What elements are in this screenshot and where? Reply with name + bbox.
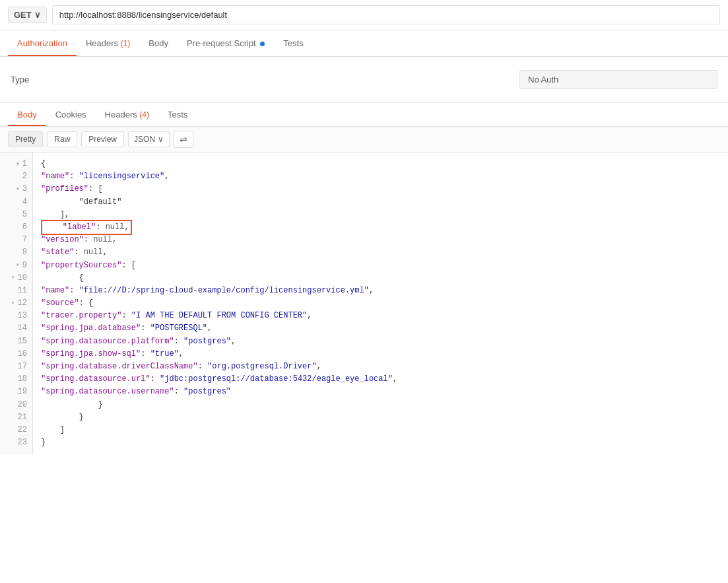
code-line-11: "name": "file:///D:/spring-cloud-example…: [41, 285, 720, 297]
code-line-15: "spring.datasource.platform": "postgres"…: [41, 335, 720, 348]
tab-tests[interactable]: Tests: [274, 30, 312, 56]
line-number-9: ▾9: [5, 259, 27, 272]
line-num-label: 1: [22, 158, 27, 170]
line-num-label: 11: [18, 285, 27, 297]
line-num-label: 4: [22, 196, 27, 209]
line-number-16: 16: [5, 348, 27, 360]
auth-type-label: Type: [11, 75, 50, 85]
line-num-label: 7: [22, 234, 27, 246]
line-number-3: ▾3: [5, 183, 27, 195]
code-line-7: "version": null,: [41, 234, 720, 246]
line-number-5: 5: [5, 209, 27, 221]
line-number-23: 23: [5, 436, 27, 449]
request-tabs: AuthorizationHeaders (1)BodyPre-request …: [0, 30, 728, 56]
url-input[interactable]: [52, 5, 720, 24]
collapse-icon[interactable]: ▾: [11, 298, 15, 309]
code-line-6: "label": null,: [41, 221, 720, 234]
collapse-icon[interactable]: ▾: [16, 184, 20, 195]
code-line-18: "spring.datasource.url": "jdbc:postgresq…: [41, 373, 720, 386]
code-line-10: {: [41, 272, 720, 285]
code-line-12: "source": {: [41, 297, 720, 310]
line-num-label: 14: [18, 322, 27, 335]
tab-prerequest[interactable]: Pre-request Script: [178, 30, 274, 56]
tab-badge: (1): [121, 39, 131, 48]
code-line-20: }: [41, 399, 720, 411]
code-line-1: {: [41, 158, 720, 170]
line-num-label: 9: [22, 259, 27, 272]
request-tabs-section: AuthorizationHeaders (1)BodyPre-request …: [0, 30, 728, 57]
method-label: GET: [14, 10, 32, 20]
line-number-11: 11: [5, 285, 27, 297]
line-number-2: 2: [5, 170, 27, 183]
response-tab-headers[interactable]: Headers (4): [96, 103, 158, 126]
line-num-label: 5: [22, 209, 27, 221]
code-line-16: "spring.jpa.show-sql": "true",: [41, 348, 720, 360]
line-number-14: 14: [5, 322, 27, 335]
auth-row: Type No Auth: [11, 70, 717, 89]
code-area: ▾12▾345678▾9▾1011▾1213141516171819202122…: [0, 153, 728, 454]
code-line-13: "tracer.property": "I AM THE DEFAULT FRO…: [41, 310, 720, 322]
line-num-label: 15: [18, 335, 27, 348]
auth-section: Type No Auth: [0, 57, 728, 103]
line-num-label: 10: [18, 272, 27, 285]
tab-authorization[interactable]: Authorization: [8, 30, 77, 56]
code-line-17: "spring.database.driverClassName": "org.…: [41, 360, 720, 373]
line-num-label: 8: [22, 246, 27, 259]
line-number-7: 7: [5, 234, 27, 246]
code-line-8: "state": null,: [41, 246, 720, 259]
auth-value[interactable]: No Auth: [519, 70, 717, 89]
line-number-15: 15: [5, 335, 27, 348]
line-number-19: 19: [5, 386, 27, 398]
collapse-icon[interactable]: ▾: [16, 260, 20, 271]
response-tab-badge: (4): [139, 110, 149, 120]
code-content: { "name": "licensingservice", "profiles"…: [33, 153, 728, 454]
line-num-label: 20: [18, 399, 27, 411]
line-number-18: 18: [5, 373, 27, 386]
code-line-3: "profiles": [: [41, 183, 720, 195]
line-number-12: ▾12: [5, 297, 27, 310]
tab-body[interactable]: Body: [139, 30, 178, 56]
code-line-4: "default": [41, 196, 720, 209]
line-num-label: 18: [18, 373, 27, 386]
line-num-label: 2: [22, 170, 27, 183]
code-line-22: ]: [41, 424, 720, 436]
response-tab-body[interactable]: Body: [8, 103, 46, 126]
line-number-8: 8: [5, 246, 27, 259]
line-num-label: 6: [22, 221, 27, 234]
highlighted-text: "label": null,: [41, 220, 132, 235]
response-tab-cookies[interactable]: Cookies: [46, 103, 96, 126]
response-tab-tests[interactable]: Tests: [158, 103, 197, 126]
collapse-icon[interactable]: ▾: [11, 273, 15, 283]
tab-dot: [260, 42, 265, 46]
code-line-14: "spring.jpa.database": "POSTGRESQL",: [41, 322, 720, 335]
code-line-19: "spring.datasource.username": "postgres": [41, 386, 720, 398]
line-num-label: 16: [18, 348, 27, 360]
code-line-23: }: [41, 436, 720, 449]
line-number-17: 17: [5, 360, 27, 373]
collapse-icon[interactable]: ▾: [16, 159, 20, 170]
line-number-6: 6: [5, 221, 27, 234]
url-bar: GET ∨: [0, 0, 728, 30]
line-num-label: 23: [18, 436, 27, 449]
code-line-5: ],: [41, 209, 720, 221]
wrap-button[interactable]: ⇌: [174, 131, 193, 148]
chevron-down-icon: ∨: [34, 10, 41, 20]
view-btn-pretty[interactable]: Pretty: [8, 131, 43, 147]
line-num-label: 22: [18, 424, 27, 436]
line-number-1: ▾1: [5, 158, 27, 170]
code-line-9: "propertySources": [: [41, 259, 720, 272]
chevron-down-icon: ∨: [158, 135, 164, 144]
tab-headers[interactable]: Headers (1): [77, 30, 139, 56]
line-number-20: 20: [5, 399, 27, 411]
view-btn-raw[interactable]: Raw: [47, 131, 77, 147]
view-btn-preview[interactable]: Preview: [81, 131, 124, 147]
line-num-label: 21: [18, 411, 27, 424]
code-line-21: }: [41, 411, 720, 424]
line-number-21: 21: [5, 411, 27, 424]
format-select[interactable]: JSON ∨: [128, 131, 170, 147]
response-tabs: BodyCookiesHeaders (4)Tests: [0, 103, 728, 126]
method-select[interactable]: GET ∨: [8, 7, 47, 23]
code-line-2: "name": "licensingservice",: [41, 170, 720, 183]
format-label: JSON: [134, 135, 155, 144]
line-number-10: ▾10: [5, 272, 27, 285]
